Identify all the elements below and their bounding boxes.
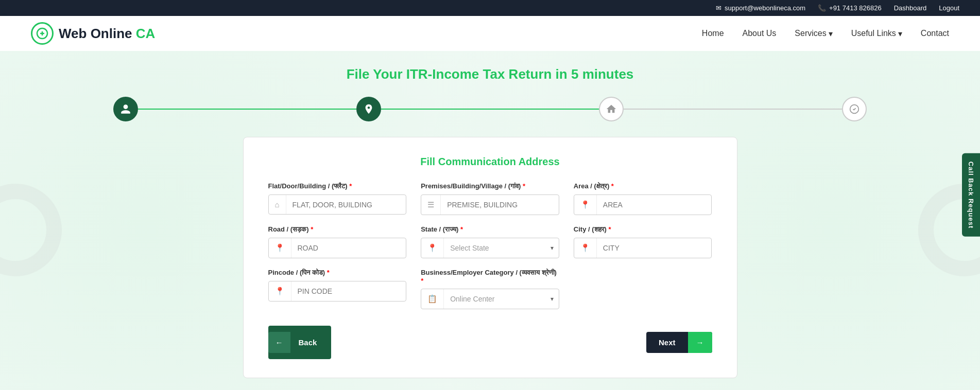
flat-icon: ⌂ bbox=[269, 195, 286, 214]
step-line-1 bbox=[138, 109, 356, 110]
area-group: Area / (क्षेत्र) * 📍 bbox=[574, 182, 712, 215]
state-chevron-icon: ▾ bbox=[545, 239, 559, 257]
page-title: File Your ITR-Income Tax Return in 5 min… bbox=[10, 66, 970, 82]
flat-label: Flat/Door/Building / (फ्लैट) * bbox=[268, 182, 407, 190]
nav-useful-links[interactable]: Useful Links ▾ bbox=[851, 29, 902, 39]
form-row-3: Pincode / (पिन कोड) * 📍 Business/Employe… bbox=[268, 269, 712, 309]
nav-contact[interactable]: Contact bbox=[921, 29, 949, 38]
pincode-group: Pincode / (पिन कोड) * 📍 bbox=[268, 269, 407, 309]
step-line-3 bbox=[624, 109, 842, 110]
premises-input[interactable] bbox=[441, 196, 559, 214]
city-label: City / (शहर) * bbox=[574, 225, 712, 234]
road-label: Road / (सड़क) * bbox=[268, 225, 407, 234]
step-line-2 bbox=[381, 109, 599, 110]
biz-chevron-icon: ▾ bbox=[545, 290, 559, 308]
step-4 bbox=[842, 97, 867, 121]
logo-text: Web Online CA bbox=[59, 26, 155, 42]
flat-input-wrapper: ⌂ bbox=[268, 194, 407, 215]
logo-icon bbox=[31, 22, 54, 45]
logout-link[interactable]: Logout bbox=[939, 4, 959, 12]
state-select[interactable]: Select State bbox=[444, 239, 545, 257]
biz-label: Business/Employer Category / (व्यवसाय श्… bbox=[421, 269, 559, 285]
step-1 bbox=[113, 97, 138, 121]
form-title: Fill Communication Address bbox=[268, 156, 712, 168]
city-group: City / (शहर) * 📍 bbox=[574, 225, 712, 258]
topbar-email: ✉ support@webonlineca.com bbox=[716, 4, 805, 12]
logo[interactable]: Web Online CA bbox=[31, 22, 155, 45]
state-group: State / (राज्य) * 📍 Select State ▾ bbox=[421, 225, 559, 258]
premises-icon: ☰ bbox=[421, 195, 441, 215]
callback-sidebar[interactable]: Call Back Request bbox=[962, 153, 980, 237]
phone-icon: 📞 bbox=[818, 4, 826, 12]
state-input-wrapper: 📍 Select State ▾ bbox=[421, 238, 559, 258]
form-actions: ← Back Next → bbox=[268, 326, 712, 359]
city-icon: 📍 bbox=[574, 238, 597, 258]
road-input[interactable] bbox=[291, 239, 406, 257]
area-input-wrapper: 📍 bbox=[574, 194, 712, 215]
premises-group: Premises/Building/Village / (गांव) * ☰ bbox=[421, 182, 559, 215]
pincode-label: Pincode / (पिन कोड) * bbox=[268, 269, 407, 277]
next-button[interactable]: Next → bbox=[646, 332, 712, 353]
road-icon: 📍 bbox=[269, 238, 291, 258]
side-circle-left bbox=[0, 184, 62, 276]
form-card: Fill Communication Address Flat/Door/Bui… bbox=[243, 137, 737, 378]
topbar: ✉ support@webonlineca.com 📞 +91 7413 826… bbox=[0, 0, 980, 16]
area-icon: 📍 bbox=[574, 195, 597, 215]
step-3 bbox=[599, 97, 624, 121]
biz-select[interactable]: Online Center bbox=[444, 290, 545, 308]
stepper bbox=[10, 97, 970, 121]
pincode-input[interactable] bbox=[291, 282, 406, 300]
flat-input[interactable] bbox=[286, 196, 406, 214]
city-input[interactable] bbox=[597, 239, 712, 257]
city-input-wrapper: 📍 bbox=[574, 238, 712, 258]
chevron-down-icon: ▾ bbox=[898, 29, 902, 39]
main-content: File Your ITR-Income Tax Return in 5 min… bbox=[0, 51, 980, 390]
step-2 bbox=[356, 97, 381, 121]
road-group: Road / (सड़क) * 📍 bbox=[268, 225, 407, 258]
navbar: Web Online CA Home About Us Services ▾ U… bbox=[0, 16, 980, 51]
nav-home[interactable]: Home bbox=[702, 29, 724, 38]
biz-input-wrapper: 📋 Online Center ▾ bbox=[421, 289, 559, 309]
back-arrow-icon: ← bbox=[268, 332, 290, 353]
dashboard-link[interactable]: Dashboard bbox=[894, 4, 927, 12]
premises-label: Premises/Building/Village / (गांव) * bbox=[421, 182, 559, 190]
state-icon: 📍 bbox=[421, 238, 444, 258]
topbar-phone: 📞 +91 7413 826826 bbox=[818, 4, 882, 12]
back-button[interactable]: ← Back bbox=[268, 326, 332, 359]
flat-group: Flat/Door/Building / (फ्लैट) * ⌂ bbox=[268, 182, 407, 215]
premises-input-wrapper: ☰ bbox=[421, 194, 559, 215]
form-row-1: Flat/Door/Building / (फ्लैट) * ⌂ Premise… bbox=[268, 182, 712, 215]
nav-about[interactable]: About Us bbox=[743, 29, 777, 38]
pincode-icon: 📍 bbox=[269, 281, 291, 301]
area-label: Area / (क्षेत्र) * bbox=[574, 182, 712, 190]
area-input[interactable] bbox=[597, 196, 712, 214]
chevron-down-icon: ▾ bbox=[829, 29, 833, 39]
nav-services[interactable]: Services ▾ bbox=[795, 29, 832, 39]
email-icon: ✉ bbox=[716, 4, 721, 12]
road-input-wrapper: 📍 bbox=[268, 238, 407, 258]
pincode-input-wrapper: 📍 bbox=[268, 281, 407, 302]
biz-group: Business/Employer Category / (व्यवसाय श्… bbox=[421, 269, 559, 309]
next-arrow-icon: → bbox=[688, 332, 712, 353]
biz-icon: 📋 bbox=[421, 289, 444, 309]
form-row-2: Road / (सड़क) * 📍 State / (राज्य) * 📍 Se… bbox=[268, 225, 712, 258]
nav-links: Home About Us Services ▾ Useful Links ▾ … bbox=[702, 29, 949, 39]
state-label: State / (राज्य) * bbox=[421, 225, 559, 234]
